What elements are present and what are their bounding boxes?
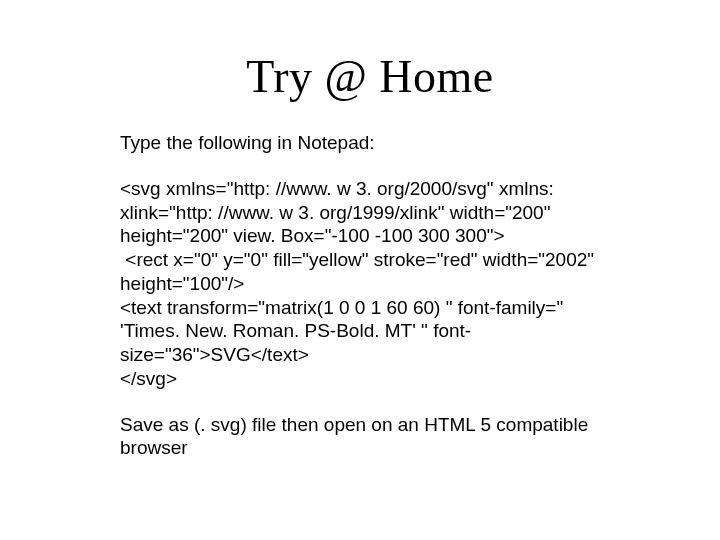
slide-title: Try @ Home: [120, 50, 620, 103]
subhead-text: Type the following in Notepad:: [120, 131, 620, 155]
footnote-text: Save as (. svg) file then open on an HTM…: [120, 413, 620, 461]
code-block: <svg xmlns="http: //www. w 3. org/2000/s…: [120, 177, 620, 391]
slide: Try @ Home Type the following in Notepad…: [0, 0, 720, 540]
